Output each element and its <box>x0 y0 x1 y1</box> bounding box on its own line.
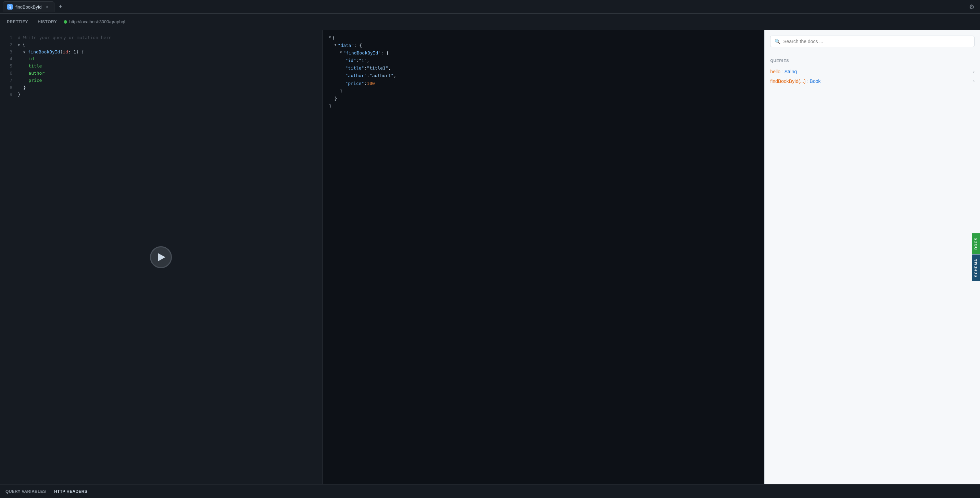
editor-line-9: 9 } <box>5 91 317 98</box>
url-indicator: http://localhost:3000/graphql <box>64 19 125 24</box>
search-bar: 🔍 <box>765 30 980 53</box>
result-line-4: "id": "1", <box>329 57 759 64</box>
line-code: ▼ { <box>18 41 317 49</box>
editor-line-8: 8 } <box>5 84 317 91</box>
schema-tab[interactable]: SCHEMA <box>972 255 980 281</box>
editor-line-3: 3 ▼ findBookById(id: 1) { <box>5 49 317 56</box>
editor-line-7: 7 price <box>5 77 317 84</box>
search-input[interactable] <box>783 39 970 44</box>
query-separator: : <box>782 69 784 74</box>
editor-panel: 1 # Write your query or mutation here 2 … <box>0 30 322 484</box>
line-number: 4 <box>5 56 12 63</box>
result-line-7: "price": 100 <box>329 80 759 88</box>
line-number: 5 <box>5 63 12 70</box>
query-item-hello[interactable]: hello : String › <box>770 67 975 76</box>
editor-line-6: 6 author <box>5 70 317 77</box>
endpoint-url: http://localhost:3000/graphql <box>69 19 125 24</box>
query-item-findBookById[interactable]: findBookById(...) : Book › <box>770 76 975 86</box>
result-line-6: "author": "author1", <box>329 72 759 80</box>
query-variables-tab[interactable]: QUERY VARIABLES <box>5 489 46 494</box>
query-name: hello <box>770 69 780 74</box>
query-type: String <box>784 69 797 74</box>
tab-icon: Q <box>7 4 13 10</box>
close-tab-button[interactable]: × <box>45 4 50 10</box>
line-code: title <box>18 63 317 70</box>
editor-line-1: 1 # Write your query or mutation here <box>5 34 317 41</box>
run-button[interactable] <box>150 246 172 268</box>
query-name: findBookById(...) <box>770 78 806 84</box>
result-line-9: } <box>329 95 759 102</box>
line-code: ▼ findBookById(id: 1) { <box>18 49 317 56</box>
line-number: 7 <box>5 77 12 84</box>
bottom-bar: QUERY VARIABLES HTTP HEADERS <box>0 484 980 498</box>
main-area: 1 # Write your query or mutation here 2 … <box>0 30 980 484</box>
settings-button[interactable]: ⚙ <box>966 2 977 12</box>
line-code: # Write your query or mutation here <box>18 34 317 41</box>
result-line-5: "title": "title1", <box>329 64 759 72</box>
line-number: 9 <box>5 91 12 98</box>
result-line-3: ▼ "findBookById": { <box>329 49 759 57</box>
side-tabs: DOCS SCHEMA <box>972 233 980 281</box>
prettify-button[interactable]: PRETTIFY <box>4 18 31 26</box>
connection-status-dot <box>64 20 67 24</box>
editor-line-5: 5 title <box>5 63 317 70</box>
tab-bar: Q findBookById × + ⚙ <box>0 0 980 14</box>
toolbar: PRETTIFY HISTORY http://localhost:3000/g… <box>0 14 980 30</box>
result-line-10: } <box>329 102 759 110</box>
query-separator: : <box>807 78 810 84</box>
line-code: author <box>18 70 317 77</box>
editor-line-2: 2 ▼ { <box>5 41 317 49</box>
line-code: } <box>18 91 317 98</box>
result-panel: ▼{ ▼ "data": { ▼ "findBookById": { "id":… <box>323 30 764 484</box>
http-headers-tab[interactable]: HTTP HEADERS <box>54 489 88 494</box>
line-number: 1 <box>5 34 12 41</box>
query-type: Book <box>810 78 821 84</box>
result-line-1: ▼{ <box>329 34 759 42</box>
line-code: id <box>18 56 317 63</box>
search-input-wrap[interactable]: 🔍 <box>770 36 975 47</box>
result-line-2: ▼ "data": { <box>329 42 759 49</box>
line-code: } <box>18 84 317 91</box>
line-number: 3 <box>5 49 12 56</box>
new-tab-button[interactable]: + <box>56 2 65 12</box>
docs-tab[interactable]: DOCS <box>972 233 980 254</box>
line-number: 6 <box>5 70 12 77</box>
line-code: price <box>18 77 317 84</box>
search-icon: 🔍 <box>775 39 780 44</box>
queries-section: QUERIES hello : String › findBookById(..… <box>765 53 980 484</box>
line-number: 8 <box>5 84 12 91</box>
chevron-right-icon: › <box>973 79 975 84</box>
result-line-8: } <box>329 88 759 95</box>
history-button[interactable]: HISTORY <box>35 18 60 26</box>
tab-label: findBookById <box>16 5 42 10</box>
docs-sidebar: 🔍 QUERIES hello : String › findBookById(… <box>764 30 980 484</box>
active-tab[interactable]: Q findBookById × <box>3 2 54 12</box>
chevron-right-icon: › <box>973 69 975 74</box>
queries-label: QUERIES <box>770 59 975 63</box>
line-number: 2 <box>5 41 12 49</box>
editor-line-4: 4 id <box>5 56 317 63</box>
